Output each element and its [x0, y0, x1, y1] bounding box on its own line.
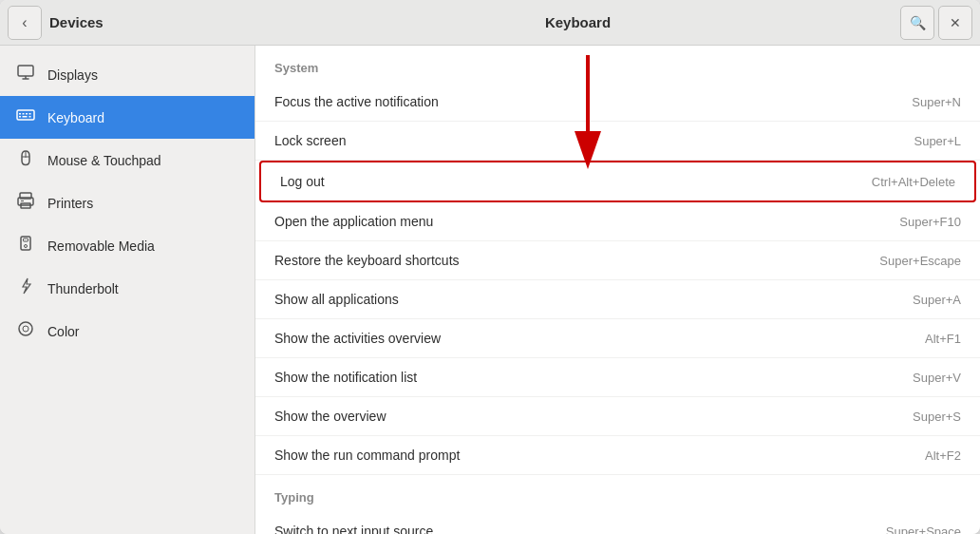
displays-icon: [15, 63, 36, 86]
shortcut-key: Super+N: [912, 95, 961, 109]
shortcut-name: Log out: [280, 174, 325, 189]
shortcut-key: Ctrl+Alt+Delete: [872, 175, 955, 189]
color-label: Color: [47, 324, 79, 339]
svg-rect-5: [23, 113, 25, 115]
shortcut-name: Show the notification list: [274, 370, 417, 385]
shortcut-key: Alt+F2: [925, 448, 961, 463]
shortcut-name: Lock screen: [274, 133, 346, 148]
printers-label: Printers: [47, 196, 93, 211]
shortcut-lock-screen[interactable]: Lock screen Super+L: [255, 122, 980, 161]
svg-rect-0: [18, 66, 33, 76]
shortcut-key: Super+V: [913, 371, 961, 385]
sidebar-item-removable[interactable]: Removable Media: [0, 224, 254, 267]
typing-section-header: Typing: [255, 475, 980, 512]
shortcut-key: Super+L: [914, 134, 961, 148]
shortcut-open-app-menu[interactable]: Open the application menu Super+F10: [255, 202, 980, 241]
removable-label: Removable Media: [47, 238, 155, 254]
shortcut-key: Super+F10: [899, 215, 961, 229]
shortcut-restore-shortcuts[interactable]: Restore the keyboard shortcuts Super+Esc…: [255, 241, 980, 280]
search-button[interactable]: 🔍: [900, 6, 934, 40]
close-icon: ✕: [950, 15, 961, 30]
search-icon: 🔍: [910, 15, 926, 30]
back-icon: ‹: [22, 14, 27, 31]
shortcut-name: Open the application menu: [274, 214, 433, 229]
sidebar-item-printers[interactable]: Printers: [0, 181, 254, 224]
shortcuts-list: System Focus the active notification Sup…: [255, 46, 980, 534]
keyboard-icon: [15, 105, 36, 129]
shortcut-name: Show all applications: [274, 292, 399, 307]
shortcut-log-out[interactable]: Log out Ctrl+Alt+Delete: [259, 161, 976, 202]
svg-point-21: [23, 326, 28, 332]
displays-label: Displays: [47, 67, 98, 83]
titlebar-left: ‹ Devices: [0, 6, 255, 40]
svg-rect-8: [19, 116, 21, 118]
sidebar-item-displays[interactable]: Displays: [0, 53, 254, 96]
titlebar-center: Keyboard: [255, 14, 900, 30]
shortcut-focus-notification[interactable]: Focus the active notification Super+N: [255, 83, 980, 122]
shortcut-next-input[interactable]: Switch to next input source Super+Space: [255, 512, 980, 534]
main-panel: System Focus the active notification Sup…: [255, 46, 980, 534]
titlebar: ‹ Devices Keyboard 🔍 ✕: [0, 0, 980, 46]
shortcut-overview[interactable]: Show the overview Super+S: [255, 397, 980, 436]
content: Displays Keyboard: [0, 46, 980, 534]
shortcut-key: Super+S: [913, 410, 961, 424]
shortcut-run-command[interactable]: Show the run command prompt Alt+F2: [255, 436, 980, 475]
shortcut-name: Show the activities overview: [274, 331, 441, 346]
sidebar-item-keyboard[interactable]: Keyboard: [0, 96, 254, 139]
close-button[interactable]: ✕: [938, 6, 972, 40]
mouse-icon: [15, 148, 36, 172]
shortcut-name: Show the overview: [274, 409, 386, 424]
svg-rect-7: [29, 113, 31, 115]
svg-rect-4: [19, 113, 21, 115]
back-button[interactable]: ‹: [8, 6, 42, 40]
titlebar-actions: 🔍 ✕: [900, 6, 972, 40]
shortcut-activities-overview[interactable]: Show the activities overview Alt+F1: [255, 319, 980, 358]
color-icon: [15, 319, 36, 343]
svg-rect-9: [23, 116, 28, 118]
sidebar-item-color[interactable]: Color: [0, 310, 254, 353]
svg-rect-6: [26, 113, 28, 115]
shortcut-show-all-apps[interactable]: Show all applications Super+A: [255, 280, 980, 319]
shortcut-name: Show the run command prompt: [274, 448, 460, 463]
sidebar-item-thunderbolt[interactable]: Thunderbolt: [0, 267, 254, 310]
shortcut-name: Switch to next input source: [274, 524, 433, 534]
mouse-label: Mouse & Touchpad: [47, 153, 161, 168]
removable-icon: [15, 234, 36, 257]
svg-rect-18: [24, 238, 28, 241]
printer-icon: [15, 191, 36, 215]
thunderbolt-label: Thunderbolt: [47, 281, 119, 296]
system-section-header: System: [255, 46, 980, 83]
window: ‹ Devices Keyboard 🔍 ✕: [0, 0, 980, 534]
shortcut-key: Super+A: [913, 293, 961, 307]
shortcut-key: Super+Space: [886, 524, 961, 535]
shortcut-notification-list[interactable]: Show the notification list Super+V: [255, 358, 980, 397]
svg-rect-3: [17, 110, 34, 120]
svg-rect-10: [29, 116, 31, 118]
svg-point-19: [25, 245, 28, 248]
panel-title: Keyboard: [545, 14, 611, 30]
shortcut-name: Focus the active notification: [274, 94, 439, 109]
sidebar-item-mouse[interactable]: Mouse & Touchpad: [0, 139, 254, 181]
shortcut-key: Super+Escape: [879, 254, 961, 268]
svg-point-20: [19, 322, 32, 335]
shortcut-key: Alt+F1: [925, 332, 961, 346]
shortcut-name: Restore the keyboard shortcuts: [274, 253, 460, 268]
keyboard-label: Keyboard: [47, 110, 104, 125]
thunderbolt-icon: [15, 277, 36, 300]
section-title: Devices: [49, 14, 104, 30]
sidebar: Displays Keyboard: [0, 46, 255, 534]
